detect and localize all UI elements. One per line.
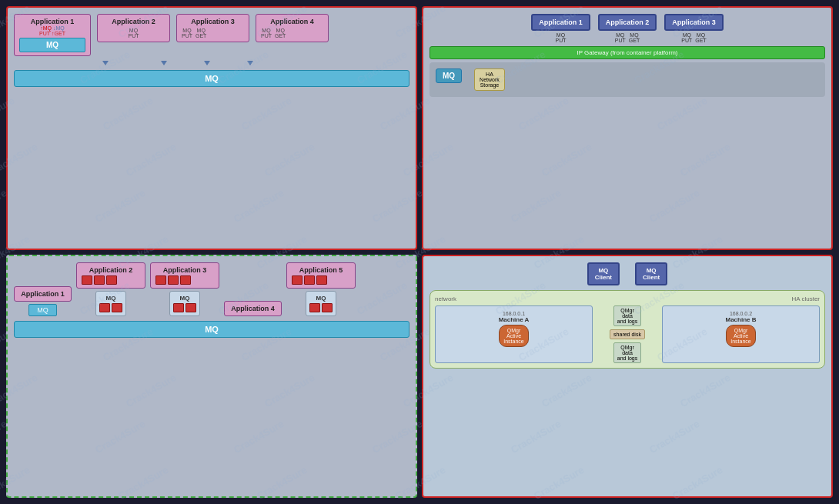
tl-app4-mq: MQPUT MQGET [261, 28, 323, 38]
red-sq [292, 275, 303, 285]
tr-app2-mq: MQPUT MQGET [598, 32, 657, 43]
mq-label: ↑MQ [40, 25, 52, 31]
tr-app1-box: Application 1 [531, 14, 590, 31]
bl-app3-mq-label: MQ [180, 295, 190, 302]
tl-app4-put: MQPUT [261, 28, 272, 38]
red-sq [112, 303, 122, 312]
br-ha-cluster-label: HA cluster [792, 295, 820, 302]
bl-app4-title: Application 4 [229, 305, 276, 312]
bl-mq-bar: MQ [14, 321, 409, 338]
br-machine-a-name: Machine A [440, 316, 587, 323]
tr-app1: Application 1 MQPUT [531, 14, 590, 43]
tl-app2-mq: MQPUT [102, 28, 165, 38]
br-machines-row: 168.0.0.1 Machine A QMgrActiveInstance Q… [435, 305, 820, 363]
br-machine-b-name: Machine B [667, 316, 814, 323]
bl-app2: Application 2 MQ [76, 262, 145, 316]
arrow-down-4 [247, 61, 253, 65]
bl-app2-squares-top [82, 275, 140, 285]
tr-gateway-bar: IP Gateway (from container platform) [430, 46, 825, 59]
get-label: ↑GET [52, 31, 65, 36]
put-label: PUT [39, 31, 50, 36]
br-machine-b: 168.0.0.2 Machine B QMgrActiveInstance [662, 305, 820, 363]
br-machine-a-ip: 168.0.0.1 [440, 311, 587, 316]
tl-app3-get: MQGET [196, 28, 206, 38]
bl-app5: Application 5 MQ [286, 262, 356, 316]
tl-app2-title: Application 2 [102, 18, 165, 25]
br-machine-b-qmgr: QMgrActiveInstance [726, 325, 755, 347]
tl-app3-title: Application 3 [182, 18, 244, 25]
tr-app2-box: Application 2 [598, 14, 657, 31]
bl-app4-box: Application 4 [224, 301, 282, 316]
tr-app2: Application 2 MQPUT MQGET [598, 14, 657, 43]
br-network-area: network HA cluster 168.0.0.1 Machine A Q… [430, 290, 825, 369]
tl-app1-mq: MQ [19, 38, 85, 52]
tl-app3-put: MQPUT [182, 28, 192, 38]
bottom-right-panel: MQClient MQClient network HA cluster 168… [422, 255, 833, 499]
tr-app3-box: Application 3 [664, 14, 724, 31]
mq-label2: ↓MQ [53, 25, 65, 31]
tl-mq-bar: MQ [14, 70, 409, 87]
bl-app1-title: Application 1 [19, 290, 66, 298]
tl-app3: Application 3 MQPUT MQGET [176, 14, 249, 42]
bl-app5-inner: MQ [306, 291, 336, 316]
bl-app2-mq-label: MQ [106, 295, 116, 302]
tr-app3: Application 3 MQPUT MQGET [664, 14, 724, 43]
red-sq [99, 303, 110, 312]
tr-app3-mq: MQPUT MQGET [664, 32, 724, 43]
red-sq [316, 275, 327, 285]
br-client2: MQClient [635, 262, 667, 285]
tr-mq-area: MQ HANetworkStorage [430, 62, 825, 97]
br-clients-row: MQClient MQClient [430, 262, 825, 285]
bl-app3-box: Application 3 [150, 262, 219, 289]
bottom-left-panel: Application 1 MQ Application 2 MQ [6, 255, 417, 499]
tr-app2-put: MQPUT [615, 32, 626, 43]
tr-app3-get: MQGET [695, 32, 706, 43]
top-left-panel: Application 1 ↑MQ ↓MQ PUT ↑GET MQ Applic… [6, 6, 417, 250]
br-client1: MQClient [587, 262, 620, 285]
bl-app2-box: Application 2 [76, 262, 145, 289]
red-sq [322, 303, 333, 312]
bl-app3-title: Application 3 [155, 266, 214, 274]
bl-app1-mq: MQ [28, 304, 57, 316]
bl-app1-box: Application 1 [14, 286, 72, 302]
tr-apps-row: Application 1 MQPUT Application 2 MQPUT … [430, 14, 825, 43]
bl-app5-squares-top [292, 275, 350, 285]
tl-app4-get: MQGET [275, 28, 286, 38]
arrow-down-1 [102, 61, 109, 65]
bl-app3-inner: MQ [169, 291, 200, 316]
bl-app2-squares-bottom [99, 303, 122, 312]
red-sq [173, 303, 184, 312]
br-machine-a-qmgr: QMgrActiveInstance [499, 325, 528, 347]
tr-mq-box: MQ [436, 68, 462, 83]
br-machine-b-ip: 168.0.0.2 [667, 311, 814, 316]
bl-app5-title: Application 5 [292, 266, 350, 274]
red-sq [180, 275, 191, 285]
br-shared-disk: shared disk [610, 329, 645, 339]
red-sq [304, 275, 315, 285]
bl-app2-title: Application 2 [82, 266, 140, 274]
tr-ha-box: HANetworkStorage [474, 68, 505, 91]
tl-arrows-down [14, 61, 409, 65]
tl-apps-row: Application 1 ↑MQ ↓MQ PUT ↑GET MQ Applic… [14, 14, 409, 56]
br-shared-center: QMgrdataand logs shared disk QMgrdataand… [600, 305, 654, 363]
br-qmgr-data2: QMgrdataand logs [613, 342, 641, 363]
red-sq [186, 303, 196, 312]
red-sq [309, 303, 320, 312]
bl-app3-squares-bottom [173, 303, 196, 312]
red-sq [82, 275, 92, 285]
br-network-label: network [435, 295, 456, 302]
bl-app5-mq-label: MQ [316, 295, 326, 302]
red-sq [168, 275, 179, 285]
bl-app3: Application 3 MQ [150, 262, 219, 316]
arrow-down-3 [204, 61, 210, 65]
bl-app3-squares-top [155, 275, 214, 285]
tr-app3-put: MQPUT [681, 32, 692, 43]
tl-app4: Application 4 MQPUT MQGET [256, 14, 329, 42]
br-machine-a: 168.0.0.1 Machine A QMgrActiveInstance [435, 305, 593, 363]
bl-apps-row: Application 1 MQ Application 2 MQ [14, 262, 409, 316]
br-network-labels: network HA cluster [435, 295, 820, 302]
bl-app1: Application 1 MQ [14, 286, 72, 316]
tr-app2-get: MQGET [629, 32, 640, 43]
tl-app3-mq: MQPUT MQGET [182, 28, 244, 38]
tl-app2: Application 2 MQPUT [97, 14, 170, 42]
